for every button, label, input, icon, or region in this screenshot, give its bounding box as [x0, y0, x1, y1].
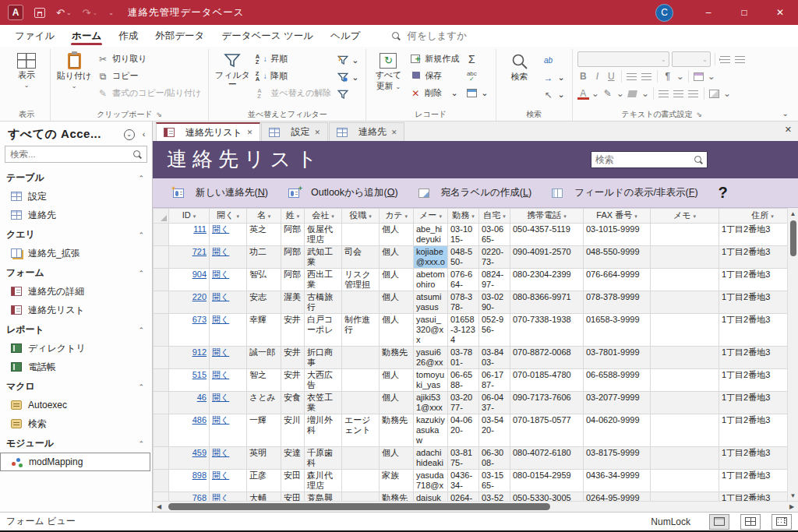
- menu-tab-作成[interactable]: 作成: [110, 25, 147, 47]
- align-right-icon[interactable]: [687, 87, 700, 100]
- close-tab-icon[interactable]: ✕: [247, 129, 253, 136]
- toolbar-フィールドの表示/非表示[interactable]: フィールドの表示/非表示(F): [552, 186, 697, 199]
- nav-section-マクロ[interactable]: マクロ⌃: [0, 376, 152, 396]
- cut-button[interactable]: ✂切り取り: [94, 51, 203, 67]
- dropdown-icon[interactable]: ▾: [694, 213, 697, 219]
- row-selector[interactable]: [154, 392, 169, 414]
- close-document-icon[interactable]: ✕: [785, 125, 792, 135]
- numbered-list-icon[interactable]: [734, 53, 747, 65]
- record-id-link[interactable]: 898: [192, 470, 207, 480]
- scroll-left-icon[interactable]: ◀: [153, 503, 165, 510]
- close-tab-icon[interactable]: ✕: [391, 129, 397, 136]
- horizontal-scrollbar[interactable]: ◀ ▶: [153, 501, 798, 512]
- menu-tab-外部データ[interactable]: 外部データ: [147, 25, 213, 47]
- decrease-indent-icon[interactable]: [626, 70, 638, 83]
- toolbar-新しい連絡先[interactable]: ✦新しい連絡先(N): [173, 186, 268, 199]
- nav-item-設定[interactable]: 設定: [0, 187, 152, 206]
- open-record-link[interactable]: 開く: [212, 470, 229, 480]
- nav-item-連絡先_拡張[interactable]: 連絡先_拡張: [0, 244, 152, 262]
- column-header-メー[interactable]: メー▾: [414, 209, 448, 224]
- gridlines-icon[interactable]: [693, 70, 705, 83]
- customize-quick-access-button[interactable]: ⌄: [108, 9, 114, 16]
- nav-search-input[interactable]: [10, 150, 133, 159]
- nav-item-ディレクトリ[interactable]: ディレクトリ: [0, 339, 152, 358]
- selection-filter-button[interactable]: ⌄: [335, 52, 361, 69]
- record-id-link[interactable]: 220: [192, 292, 207, 301]
- underline-button[interactable]: U: [606, 71, 617, 82]
- row-selector[interactable]: [154, 414, 169, 447]
- nav-search-box[interactable]: [5, 146, 147, 163]
- close-button[interactable]: ✕: [762, 0, 798, 25]
- filter-button[interactable]: フィルター: [214, 51, 251, 107]
- spelling-button[interactable]: abc✓: [463, 68, 490, 84]
- minimize-button[interactable]: –: [690, 0, 726, 25]
- vertical-scroll-thumb[interactable]: [790, 220, 796, 256]
- dropdown-icon[interactable]: ▾: [471, 213, 475, 219]
- increase-indent-icon[interactable]: [641, 70, 653, 83]
- row-selector[interactable]: [154, 347, 169, 369]
- column-header-開く[interactable]: 開く▾: [210, 209, 247, 224]
- menu-tab-ホーム[interactable]: ホーム: [63, 25, 110, 47]
- row-selector[interactable]: [154, 246, 169, 269]
- open-record-link[interactable]: 開く: [212, 415, 229, 425]
- form-search-box[interactable]: [591, 151, 708, 168]
- bullet-list-icon[interactable]: [719, 53, 732, 65]
- dropdown-icon[interactable]: ▾: [563, 213, 567, 219]
- column-header-勤務[interactable]: 勤務▾: [448, 209, 479, 224]
- dropdown-icon[interactable]: ▾: [193, 213, 196, 219]
- save-icon[interactable]: [34, 8, 45, 18]
- select-button[interactable]: ↖⌄: [540, 86, 567, 103]
- column-header-自宅[interactable]: 自宅▾: [479, 209, 510, 224]
- clear-sort-button[interactable]: AZ並べ替えの解除: [252, 85, 334, 101]
- tab-連絡先リスト[interactable]: 連絡先リスト✕: [156, 122, 260, 141]
- more-records-button[interactable]: ⌄: [463, 85, 490, 101]
- row-selector[interactable]: [154, 314, 169, 347]
- column-header-携帯電話[interactable]: 携帯電話▾: [510, 209, 584, 224]
- nav-item-連絡先[interactable]: 連絡先: [0, 206, 152, 224]
- menu-tab-ヘルプ[interactable]: ヘルプ: [322, 25, 369, 47]
- tell-me-input[interactable]: [407, 30, 493, 41]
- row-selector[interactable]: [154, 369, 169, 392]
- dropdown-icon[interactable]: ▾: [331, 213, 334, 219]
- view-button[interactable]: 表示 ⌄: [8, 51, 45, 107]
- goto-button[interactable]: →⌄: [540, 69, 567, 86]
- sort-ascending-button[interactable]: AZ↓昇順: [252, 51, 334, 67]
- form-search-input[interactable]: [595, 154, 694, 165]
- dropdown-icon[interactable]: ▾: [503, 213, 506, 219]
- dialog-launcher-icon[interactable]: ⇘: [697, 111, 703, 118]
- nav-item-検索[interactable]: 検索: [0, 414, 152, 433]
- vertical-scrollbar[interactable]: ▲ ▼: [787, 208, 798, 501]
- toolbar-Outlookから追加[interactable]: +Outlookから追加(O): [288, 186, 398, 199]
- design-view-button[interactable]: [772, 514, 792, 530]
- row-selector[interactable]: [154, 447, 169, 470]
- record-id-link[interactable]: 459: [192, 448, 207, 457]
- copy-button[interactable]: ⧉コピー: [94, 68, 203, 84]
- scroll-up-icon[interactable]: ▲: [788, 208, 798, 219]
- replace-button[interactable]: ab: [540, 52, 567, 69]
- new-record-button[interactable]: +新規作成: [407, 51, 461, 67]
- column-header-メモ[interactable]: メモ▾: [651, 209, 719, 224]
- fill-color-button[interactable]: [627, 87, 639, 100]
- dropdown-icon[interactable]: ▾: [236, 213, 239, 219]
- save-record-button[interactable]: 保存: [407, 68, 461, 84]
- open-record-link[interactable]: 開く: [212, 393, 229, 402]
- row-selector[interactable]: [154, 492, 169, 502]
- column-header-名[interactable]: 名▾: [247, 209, 281, 224]
- nav-item-連絡先の詳細[interactable]: 連絡先の詳細: [0, 282, 152, 301]
- account-avatar[interactable]: C: [655, 4, 673, 22]
- column-header-カテ[interactable]: カテ▾: [380, 209, 414, 224]
- toggle-filter-button[interactable]: [335, 86, 361, 103]
- bold-button[interactable]: B: [577, 71, 589, 82]
- open-record-link[interactable]: 開く: [212, 315, 229, 324]
- column-header-役職[interactable]: 役職▾: [342, 209, 380, 224]
- open-record-link[interactable]: 開く: [212, 448, 229, 457]
- format-painter-button[interactable]: ✎書式のコピー/貼り付け: [94, 85, 203, 101]
- font-size-combo[interactable]: ⌄: [672, 51, 711, 67]
- find-button[interactable]: 検索: [501, 51, 538, 107]
- totals-button[interactable]: Σ: [463, 51, 490, 67]
- column-header-ID[interactable]: ID▾: [169, 209, 210, 224]
- record-id-link[interactable]: 904: [192, 270, 207, 279]
- italic-button[interactable]: I: [591, 71, 603, 82]
- dropdown-icon[interactable]: ▾: [771, 213, 774, 219]
- nav-section-テーブル[interactable]: テーブル⌃: [0, 167, 152, 187]
